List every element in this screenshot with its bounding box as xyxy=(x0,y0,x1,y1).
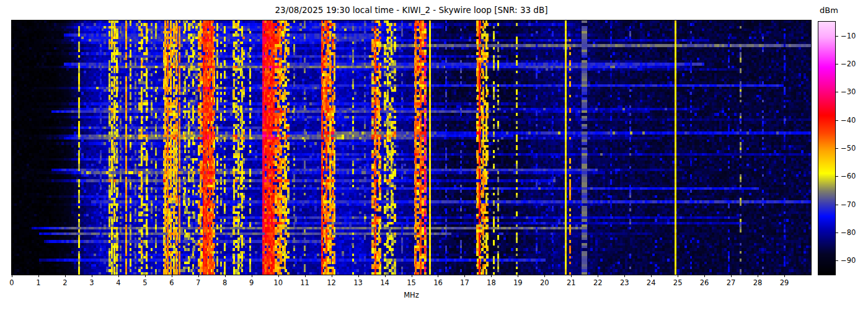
x-tick xyxy=(172,275,172,277)
x-tick xyxy=(332,275,332,277)
x-tick xyxy=(38,275,39,277)
x-tick xyxy=(12,275,12,277)
x-tick xyxy=(678,275,678,277)
colorbar-label: dBm xyxy=(813,6,844,15)
colorbar-tick-label: −70 xyxy=(841,200,856,209)
x-tick xyxy=(438,275,438,277)
x-tick-label: 1 xyxy=(36,278,40,287)
x-tick xyxy=(544,275,545,277)
x-tick xyxy=(358,275,359,277)
x-tick-label: 27 xyxy=(727,278,736,287)
colorbar-tick xyxy=(836,120,838,121)
colorbar-tick xyxy=(836,260,838,261)
x-axis-label: MHz xyxy=(12,291,811,299)
x-tick xyxy=(305,275,306,277)
x-tick xyxy=(65,275,66,277)
x-tick-label: 8 xyxy=(223,278,227,287)
waterfall-heatmap xyxy=(12,20,811,275)
x-tick-label: 11 xyxy=(300,278,309,287)
colorbar-tick xyxy=(836,64,838,64)
x-tick-label: 29 xyxy=(780,278,789,287)
x-tick xyxy=(118,275,119,277)
colorbar-tick xyxy=(836,176,838,177)
x-tick-label: 2 xyxy=(63,278,67,287)
colorbar-gradient xyxy=(818,22,835,275)
colorbar-tick-label: −50 xyxy=(841,144,856,153)
x-tick xyxy=(385,275,386,277)
x-tick-label: 18 xyxy=(487,278,496,287)
x-tick-label: 19 xyxy=(513,278,523,287)
x-tick-label: 10 xyxy=(273,278,283,287)
x-tick-label: 3 xyxy=(89,278,94,287)
x-tick-label: 6 xyxy=(169,278,174,287)
colorbar-tick-label: −60 xyxy=(841,172,856,180)
x-tick-label: 21 xyxy=(567,278,576,287)
x-tick xyxy=(252,275,252,277)
x-tick xyxy=(198,275,199,277)
colorbar-tick-label: −90 xyxy=(841,256,856,265)
x-tick-label: 15 xyxy=(407,278,416,287)
colorbar-tick xyxy=(836,232,838,233)
x-tick xyxy=(704,275,705,277)
x-tick xyxy=(518,275,518,277)
plot-frame xyxy=(11,20,812,275)
x-tick-label: 7 xyxy=(196,278,200,287)
x-tick xyxy=(624,275,625,277)
x-tick xyxy=(278,275,279,277)
x-tick-label: 0 xyxy=(9,278,14,287)
x-tick-label: 13 xyxy=(353,278,363,287)
x-tick xyxy=(412,275,412,277)
colorbar-tick-label: −40 xyxy=(841,116,856,125)
x-tick xyxy=(571,275,572,277)
x-tick xyxy=(731,275,732,277)
colorbar-tick-label: −80 xyxy=(841,228,856,237)
x-tick xyxy=(491,275,492,277)
x-tick-label: 4 xyxy=(116,278,120,287)
x-tick-label: 5 xyxy=(143,278,147,287)
chart-title: 23/08/2025 19:30 local time - KIWI_2 - S… xyxy=(12,4,811,16)
x-tick xyxy=(464,275,465,277)
x-tick-label: 22 xyxy=(593,278,603,287)
x-tick-label: 14 xyxy=(380,278,389,287)
colorbar-tick xyxy=(836,205,838,205)
x-tick xyxy=(758,275,758,277)
x-tick-label: 28 xyxy=(753,278,763,287)
x-tick xyxy=(92,275,92,277)
x-tick xyxy=(145,275,146,277)
colorbar-tick-label: −30 xyxy=(841,87,856,96)
colorbar-tick xyxy=(836,36,838,37)
x-tick xyxy=(225,275,226,277)
x-tick-label: 17 xyxy=(460,278,469,287)
colorbar-tick-label: −10 xyxy=(841,32,856,40)
colorbar-frame xyxy=(818,21,836,275)
colorbar-tick xyxy=(836,148,838,149)
x-tick-label: 25 xyxy=(673,278,683,287)
x-tick xyxy=(784,275,785,277)
x-tick-label: 9 xyxy=(249,278,254,287)
x-tick-label: 24 xyxy=(647,278,656,287)
x-tick-label: 23 xyxy=(620,278,629,287)
x-tick-label: 16 xyxy=(433,278,443,287)
x-tick xyxy=(651,275,652,277)
x-tick-label: 12 xyxy=(327,278,336,287)
spectrum-waterfall-figure: 23/08/2025 19:30 local time - KIWI_2 - S… xyxy=(0,0,868,310)
colorbar-tick-label: −20 xyxy=(841,60,856,68)
colorbar-tick xyxy=(836,92,838,92)
x-tick-label: 26 xyxy=(700,278,709,287)
x-tick-label: 20 xyxy=(540,278,549,287)
x-tick xyxy=(598,275,598,277)
